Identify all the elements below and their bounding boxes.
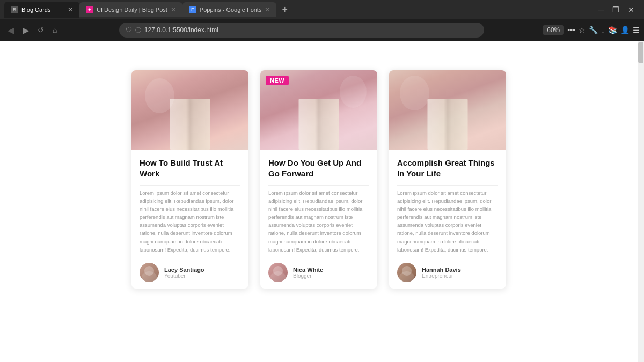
account-icon[interactable]: 👤 (620, 26, 630, 34)
card3-author-info: Hannah Davis Entrepreneur (422, 267, 461, 279)
card3-divider-top (397, 185, 498, 186)
tab3-favicon: F (189, 6, 196, 13)
security-shield-icon: 🛡 (126, 26, 132, 34)
card2-author-name: Nica White (293, 267, 323, 273)
tab2-favicon: ✦ (86, 6, 93, 13)
card3-body: Accomplish Great Things In Your Life Lor… (389, 150, 506, 289)
card3-author-role: Entrepreneur (422, 273, 461, 279)
card3-image (389, 70, 506, 150)
address-box[interactable]: 🛡 ⓘ 127.0.0.1:5500/index.html (119, 23, 484, 38)
blog-card-1[interactable]: How To Build Trust At Work Lorem ipsum d… (131, 70, 248, 289)
card2-title: How Do You Get Up And Go Forward (268, 158, 369, 180)
card3-title: Accomplish Great Things In Your Life (397, 158, 498, 180)
tab3-close-icon[interactable]: ✕ (265, 6, 270, 13)
new-tab-button[interactable]: + (276, 2, 293, 18)
tab-poppins[interactable]: F Poppins - Google Fonts ✕ (182, 2, 277, 17)
card2-author-role: Blogger (293, 273, 323, 279)
tab-blog-cards[interactable]: B Blog Cards ✕ (4, 2, 79, 18)
minimize-button[interactable]: ─ (598, 5, 604, 14)
page-content: How To Build Trust At Work Lorem ipsum d… (0, 41, 638, 362)
card2-new-badge: NEW (266, 76, 289, 85)
tab1-favicon: B (11, 6, 18, 13)
tab1-label: Blog Cards (21, 6, 64, 13)
card3-author-avatar (397, 263, 416, 282)
browser-chrome: B Blog Cards ✕ ✦ UI Design Daily | Blog … (0, 0, 644, 41)
card2-text: Lorem ipsum dolor sit amet consectetur a… (268, 189, 369, 254)
card3-author: Hannah Davis Entrepreneur (397, 263, 498, 282)
blog-card-2[interactable]: NEW How Do You Get Up And Go Forward Lor… (260, 70, 377, 289)
back-button[interactable]: ◀ (4, 23, 17, 38)
toolbar-right: 60% ••• ☆ 🔧 ↓ 📚 👤 ☰ (543, 25, 640, 35)
home-button[interactable]: ⌂ (49, 24, 60, 36)
zoom-level[interactable]: 60% (543, 25, 564, 35)
forward-button[interactable]: ▶ (19, 23, 32, 38)
card1-author-name: Lacy Santiago (164, 267, 204, 273)
window-controls: ─ ❐ ✕ (598, 5, 640, 14)
card1-image (131, 70, 248, 150)
card3-divider-bottom (397, 258, 498, 258)
tab2-label: UI Design Daily | Blog Post (97, 6, 167, 13)
card2-image-wrapper: NEW (260, 70, 377, 150)
tab-bar: B Blog Cards ✕ ✦ UI Design Daily | Blog … (0, 0, 644, 19)
card1-author: Lacy Santiago Youtuber (140, 263, 240, 282)
card1-divider-top (140, 185, 240, 186)
card2-body: How Do You Get Up And Go Forward Lorem i… (260, 150, 377, 289)
card2-author: Nica White Blogger (268, 263, 369, 282)
card2-author-avatar (268, 263, 288, 282)
card1-title: How To Build Trust At Work (140, 158, 240, 180)
address-lock-icon: ⓘ (135, 26, 141, 34)
download-icon[interactable]: ↓ (601, 26, 605, 34)
menu-dots-icon[interactable]: ••• (567, 26, 575, 34)
card1-author-avatar (140, 263, 159, 282)
tab3-label: Poppins - Google Fonts (200, 6, 262, 13)
scroll-thumb[interactable] (638, 42, 643, 63)
cards-container: How To Build Trust At Work Lorem ipsum d… (0, 41, 638, 310)
card1-divider-bottom (140, 258, 240, 258)
library-icon[interactable]: 📚 (608, 26, 617, 34)
reload-button[interactable]: ↺ (34, 24, 47, 36)
close-button[interactable]: ✕ (628, 5, 634, 14)
card1-image-wrapper (131, 70, 248, 150)
tab1-close-icon[interactable]: ✕ (68, 6, 73, 13)
card2-divider-bottom (268, 258, 369, 258)
card2-author-info: Nica White Blogger (293, 267, 323, 279)
card2-divider-top (268, 185, 369, 186)
address-text: 127.0.0.1:5500/index.html (144, 26, 478, 34)
card1-author-role: Youtuber (164, 273, 204, 279)
blog-card-3[interactable]: Accomplish Great Things In Your Life Lor… (389, 70, 506, 289)
card1-text: Lorem ipsum dolor sit amet consectetur a… (140, 189, 240, 254)
card1-author-info: Lacy Santiago Youtuber (164, 267, 204, 279)
card3-text: Lorem ipsum dolor sit amet consectetur a… (397, 189, 498, 254)
card3-image-wrapper (389, 70, 506, 150)
tab-ui-design[interactable]: ✦ UI Design Daily | Blog Post ✕ (79, 2, 182, 17)
maximize-button[interactable]: ❐ (612, 5, 619, 14)
hamburger-icon[interactable]: ☰ (633, 26, 640, 34)
scrollbar[interactable] (638, 41, 644, 362)
bookmark-icon[interactable]: ☆ (579, 26, 586, 34)
address-bar-row: ◀ ▶ ↺ ⌂ 🛡 ⓘ 127.0.0.1:5500/index.html 60… (0, 19, 644, 41)
card3-author-name: Hannah Davis (422, 267, 461, 273)
tools-icon[interactable]: 🔧 (589, 26, 598, 34)
card1-body: How To Build Trust At Work Lorem ipsum d… (131, 150, 248, 289)
tab2-close-icon[interactable]: ✕ (171, 6, 176, 13)
